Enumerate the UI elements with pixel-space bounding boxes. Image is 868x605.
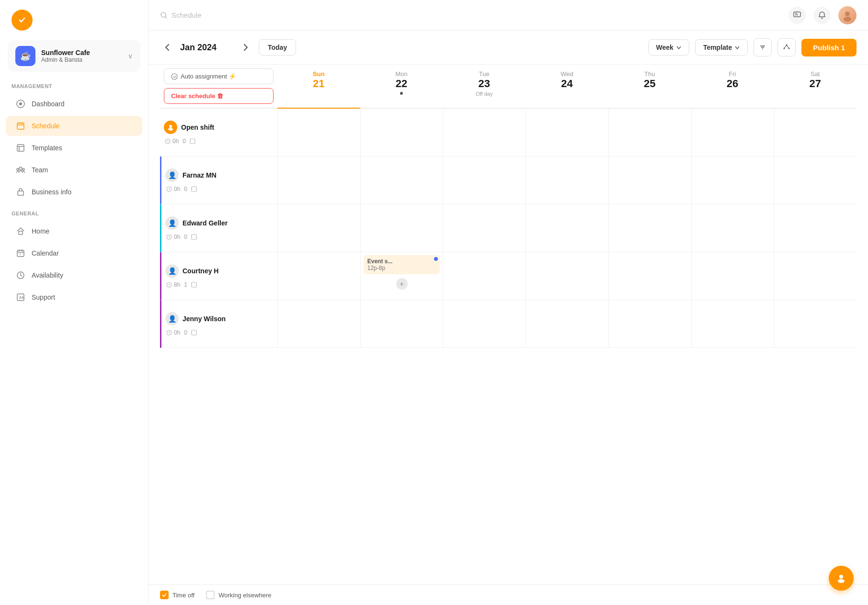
dashboard-icon: [15, 99, 26, 109]
farnaz-mon[interactable]: [360, 157, 443, 204]
sidebar-item-dashboard[interactable]: Dashboard: [6, 94, 142, 114]
edward-thu[interactable]: [608, 204, 691, 252]
clock-icon: [165, 138, 171, 144]
jenny-tue[interactable]: [443, 300, 525, 348]
farnaz-sat[interactable]: [774, 157, 857, 204]
user-avatar[interactable]: [838, 6, 857, 24]
farnaz-tue[interactable]: [443, 157, 525, 204]
farnaz-thu[interactable]: [608, 157, 691, 204]
day-name-sun: Sun: [281, 70, 356, 78]
open-shift-hours: 0h: [165, 138, 179, 145]
search-bar[interactable]: Schedule: [160, 11, 783, 19]
shifts-icon: [191, 234, 197, 240]
jenny-avatar: 👤: [165, 312, 179, 325]
notifications-button[interactable]: [813, 7, 831, 24]
main-content: Schedule Jan 2024 Today Week: [148, 0, 868, 605]
shifts-count: 0: [184, 186, 187, 192]
open-shift-wed[interactable]: [525, 109, 608, 157]
jenny-mon[interactable]: [360, 300, 443, 348]
working-elsewhere-checkbox[interactable]: [206, 591, 215, 599]
sidebar-item-home[interactable]: Home: [6, 221, 142, 241]
svg-rect-44: [192, 187, 196, 191]
sidebar-item-availability[interactable]: Availability: [6, 265, 142, 285]
chevron-down-icon: [676, 46, 681, 49]
filter-button[interactable]: [754, 38, 772, 56]
open-shift-mon[interactable]: [360, 109, 443, 157]
sidebar-item-calendar[interactable]: 8 Calendar: [6, 243, 142, 263]
jenny-fri[interactable]: [691, 300, 774, 348]
template-button[interactable]: Template: [695, 39, 748, 56]
day-name-sat: Sat: [777, 70, 853, 78]
shifts-icon: [191, 186, 197, 192]
publish-label: Publish 1: [813, 44, 845, 52]
open-shift-fri[interactable]: [691, 109, 774, 157]
share-button[interactable]: [777, 38, 796, 56]
courtney-hours: 8h: [166, 281, 180, 288]
sidebar-item-label: Schedule: [32, 122, 59, 130]
courtney-mon[interactable]: Event s... 12p-8p +: [360, 252, 443, 300]
svg-rect-50: [192, 330, 196, 335]
publish-button[interactable]: Publish 1: [801, 39, 857, 56]
prev-week-button[interactable]: [160, 40, 174, 55]
open-shift-thu[interactable]: [608, 109, 691, 157]
jenny-sat[interactable]: [774, 300, 857, 348]
courtney-tue[interactable]: [443, 252, 525, 300]
courtney-stats: 8h 1: [165, 281, 274, 288]
week-view-button[interactable]: Week: [648, 39, 689, 56]
availability-icon: [15, 270, 26, 280]
today-button[interactable]: Today: [259, 39, 296, 56]
fab-button[interactable]: [829, 566, 854, 591]
courtney-wed[interactable]: [525, 252, 608, 300]
svg-text:24: 24: [19, 295, 23, 300]
edward-stats: 0h 0: [165, 234, 274, 240]
courtney-thu[interactable]: [608, 252, 691, 300]
chat-button[interactable]: [788, 7, 806, 24]
svg-point-51: [839, 575, 843, 579]
courtney-sun[interactable]: [277, 252, 360, 300]
farnaz-row-info: 👤 Farnaz MN 0h 0: [160, 157, 277, 204]
edward-tue[interactable]: [443, 204, 525, 252]
sidebar-item-templates[interactable]: Templates: [6, 138, 142, 158]
farnaz-wed[interactable]: [525, 157, 608, 204]
add-shift-button[interactable]: +: [396, 278, 408, 290]
sidebar-item-support[interactable]: 24 Support: [6, 287, 142, 307]
sidebar-item-team[interactable]: Team: [6, 160, 142, 180]
jenny-thu[interactable]: [608, 300, 691, 348]
courtney-row-info: 👤 Courtney H 8h 1: [160, 252, 277, 300]
open-shift-sat[interactable]: [774, 109, 857, 157]
clock-icon: [166, 282, 172, 288]
support-icon: 24: [15, 292, 26, 302]
edward-sun[interactable]: [277, 204, 360, 252]
sidebar-item-label: Templates: [32, 144, 62, 152]
jenny-sun[interactable]: [277, 300, 360, 348]
workspace-role: Admin & Barista: [41, 56, 122, 63]
farnaz-sun[interactable]: [277, 157, 360, 204]
edward-avatar: 👤: [165, 216, 179, 230]
hours-value: 0h: [174, 329, 180, 336]
business-info-icon: [15, 187, 26, 197]
auto-assign-button[interactable]: Auto assignment ⚡: [164, 68, 274, 84]
farnaz-fri[interactable]: [691, 157, 774, 204]
workspace-selector[interactable]: ☕ Sunflower Cafe Admin & Barista ∨: [8, 40, 140, 72]
sidebar-item-business-info[interactable]: Business info: [6, 182, 142, 202]
clear-schedule-button[interactable]: Clear schedule 🗑: [164, 88, 274, 104]
courtney-fri[interactable]: [691, 252, 774, 300]
edward-wed[interactable]: [525, 204, 608, 252]
edward-mon[interactable]: [360, 204, 443, 252]
courtney-shift-card[interactable]: Event s... 12p-8p: [364, 255, 440, 274]
edward-fri[interactable]: [691, 204, 774, 252]
jenny-wed[interactable]: [525, 300, 608, 348]
time-off-checkbox[interactable]: [160, 591, 169, 599]
open-shift-sun[interactable]: [277, 109, 360, 157]
sidebar-item-label: Home: [32, 227, 49, 235]
open-shift-tue[interactable]: [443, 109, 525, 157]
working-elsewhere-legend: Working elsewhere: [206, 591, 271, 599]
next-week-button[interactable]: [239, 40, 253, 55]
svg-rect-7: [17, 145, 24, 151]
courtney-sat[interactable]: [774, 252, 857, 300]
sidebar-item-schedule[interactable]: Schedule: [6, 116, 142, 136]
day-header-mon: Mon 22: [360, 65, 443, 109]
farnaz-name: Farnaz MN: [183, 171, 217, 179]
edward-sat[interactable]: [774, 204, 857, 252]
svg-point-11: [17, 168, 19, 170]
